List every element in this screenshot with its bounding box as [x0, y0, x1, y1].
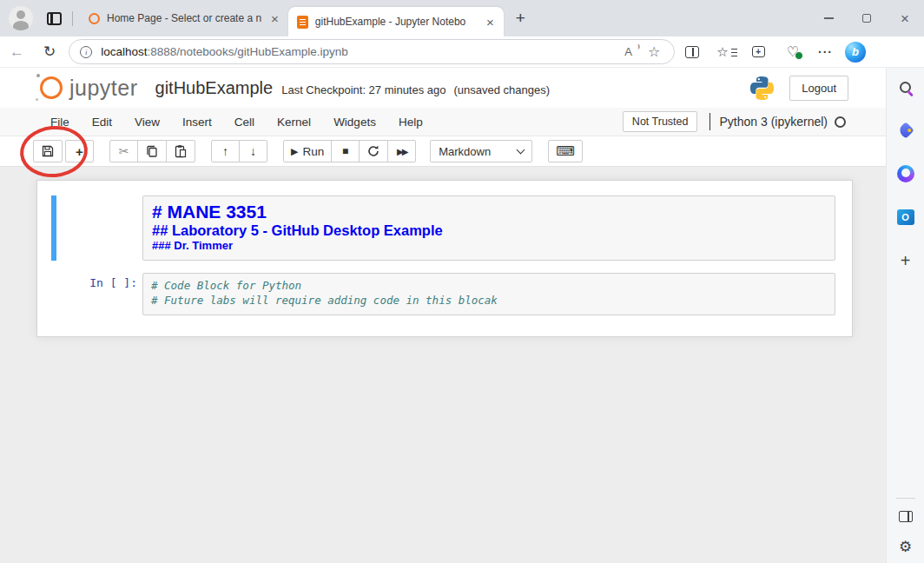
fast-forward-icon: ▶▶ [397, 147, 406, 156]
restart-run-all-button[interactable]: ▶▶ [387, 140, 416, 162]
kernel-name: Python 3 (ipykernel) [719, 115, 828, 129]
insert-cell-button[interactable]: + [65, 140, 94, 162]
minimize-button[interactable] [809, 0, 848, 36]
not-trusted-button[interactable]: Not Trusted [623, 111, 698, 132]
search-icon [900, 82, 911, 93]
site-info-icon[interactable]: i [80, 46, 92, 58]
restart-kernel-button[interactable] [359, 140, 388, 162]
code-cell[interactable]: In [ ]: # Code Block for Python # Future… [51, 273, 852, 315]
sidebar-m365-button[interactable] [895, 163, 916, 184]
run-cell-button[interactable]: ▶Run [283, 140, 332, 162]
logout-button[interactable]: Logout [789, 76, 848, 101]
save-icon [41, 144, 55, 158]
kernel-idle-indicator [835, 116, 846, 128]
sidebar-toggle-icon[interactable] [899, 511, 913, 522]
stop-icon: ■ [342, 145, 348, 157]
new-tab-button[interactable]: + [507, 9, 534, 28]
copy-cell-button[interactable] [137, 140, 167, 162]
back-icon[interactable]: ← [0, 43, 34, 61]
favorite-star-icon[interactable]: ☆ [641, 43, 667, 60]
profile-avatar[interactable] [9, 6, 33, 30]
menu-file[interactable]: File [39, 116, 81, 129]
menu-help[interactable]: Help [387, 116, 434, 129]
plus-icon: + [901, 251, 911, 271]
markdown-line: # MANE 3351 [152, 202, 826, 222]
notebook-favicon [297, 16, 308, 29]
workspaces-icon[interactable] [47, 12, 62, 25]
code-comment-line: # Code Block for Python [151, 278, 827, 294]
jupyter-header: jupyter gitHubExample Last Checkpoint: 2… [0, 68, 886, 108]
restart-icon [366, 144, 380, 158]
close-button[interactable]: × [886, 0, 924, 36]
settings-gear-icon[interactable]: ⚙ [899, 538, 912, 556]
read-aloud-icon[interactable]: A [616, 45, 641, 58]
menu-cell[interactable]: Cell [223, 116, 266, 129]
copy-icon [145, 144, 159, 158]
interrupt-kernel-button[interactable]: ■ [331, 140, 360, 162]
tab-github-example[interactable]: gitHubExample - Jupyter Notebo × [288, 7, 504, 36]
sidebar-add-button[interactable]: + [895, 250, 916, 271]
tab-bar: Home Page - Select or create a n × gitHu… [0, 0, 924, 36]
copilot-icon[interactable]: b [845, 42, 866, 63]
menu-kernel[interactable]: Kernel [266, 116, 322, 129]
cut-cell-button[interactable]: ✂ [109, 140, 138, 162]
tab-title: gitHubExample - Jupyter Notebo [315, 16, 477, 28]
code-cell-input[interactable]: # Code Block for Python # Future labs wi… [142, 273, 835, 315]
plus-icon: + [76, 144, 83, 159]
menu-insert[interactable]: Insert [171, 116, 223, 129]
jupyter-favicon [89, 13, 100, 24]
markdown-line: ## Laboratory 5 - GitHub Desktop Example [152, 222, 826, 239]
shopping-tag-icon [897, 122, 914, 139]
arrow-down-icon: ↓ [250, 144, 256, 158]
arrow-up-icon: ↑ [222, 144, 228, 158]
favorites-hub-icon[interactable]: ☆ [710, 44, 740, 60]
maximize-button[interactable] [848, 0, 886, 36]
collections-icon[interactable]: + [752, 46, 765, 57]
python-logo [749, 75, 776, 102]
notebook-title[interactable]: gitHubExample [155, 78, 274, 98]
sidebar-search-button[interactable] [895, 76, 916, 97]
run-label: Run [302, 145, 324, 158]
markdown-line: ### Dr. Timmer [152, 239, 826, 253]
close-tab-icon[interactable]: × [268, 11, 281, 26]
browser-window: Home Page - Select or create a n × gitHu… [0, 0, 924, 563]
code-comment-line: # Future labs will require adding code i… [151, 293, 827, 308]
close-tab-icon[interactable]: × [484, 15, 497, 30]
url-text[interactable]: localhost:8888/notebooks/gitHubExample.i… [101, 45, 616, 58]
close-icon: × [901, 11, 909, 26]
chevron-down-icon [517, 145, 525, 154]
menu-view[interactable]: View [123, 116, 171, 129]
markdown-cell-input[interactable]: # MANE 3351 ## Laboratory 5 - GitHub Des… [142, 195, 835, 261]
jupyter-logo[interactable] [40, 76, 63, 99]
split-screen-icon[interactable] [685, 46, 699, 58]
play-icon: ▶ [291, 146, 298, 157]
maximize-icon [862, 14, 871, 23]
markdown-prompt-area [56, 195, 142, 261]
jupyter-wordmark[interactable]: jupyter [69, 76, 138, 101]
menu-widgets[interactable]: Widgets [322, 116, 387, 129]
move-cell-up-button[interactable]: ↑ [211, 140, 240, 162]
sidebar-outlook-button[interactable]: O [895, 207, 916, 228]
minimize-icon [824, 17, 834, 19]
cell-type-select[interactable]: Markdown [430, 140, 532, 162]
jupyter-toolbar: + ✂ ↑ ↓ ▶Run ■ ▶▶ [0, 136, 886, 167]
browser-navbar: ← ↻ i localhost:8888/notebooks/gitHubExa… [0, 36, 924, 68]
url-path: :8888/notebooks/gitHubExample.ipynb [148, 45, 348, 58]
notebook-body: # MANE 3351 ## Laboratory 5 - GitHub Des… [0, 168, 886, 563]
move-cell-down-button[interactable]: ↓ [239, 140, 267, 162]
edge-sidebar: O + ⚙ [886, 68, 924, 563]
checkpoint-status: Last Checkpoint: 27 minutes ago [281, 83, 446, 96]
command-palette-button[interactable]: ⌨ [548, 140, 583, 162]
more-options-icon[interactable]: ··· [809, 45, 842, 59]
refresh-icon[interactable]: ↻ [34, 43, 65, 61]
menu-edit[interactable]: Edit [81, 116, 123, 129]
save-button[interactable] [33, 140, 63, 162]
tab-home-page[interactable]: Home Page - Select or create a n × [80, 3, 288, 33]
sidebar-shopping-button[interactable] [895, 120, 916, 141]
tab-title: Home Page - Select or create a n [107, 12, 261, 24]
browser-essentials-icon[interactable]: ♡ [776, 43, 809, 60]
markdown-cell[interactable]: # MANE 3351 ## Laboratory 5 - GitHub Des… [51, 195, 852, 261]
paste-cell-button[interactable] [166, 140, 195, 162]
address-bar[interactable]: i localhost:8888/notebooks/gitHubExample… [69, 39, 675, 64]
cell-type-value: Markdown [439, 145, 518, 158]
